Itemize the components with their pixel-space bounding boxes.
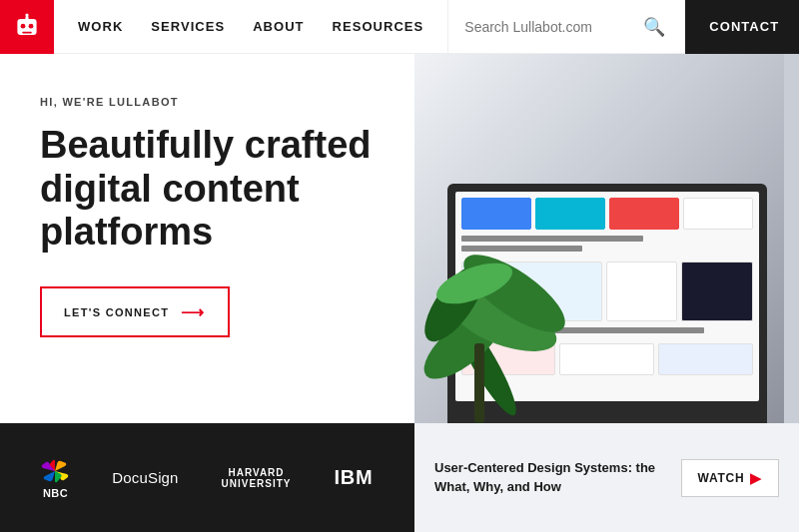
ui-card-7	[681, 262, 753, 321]
hero-section: HI, WE'RE LULLABOT Beautifully crafted d…	[0, 54, 799, 423]
nbc-logo: NBC	[41, 457, 69, 499]
svg-point-5	[25, 13, 28, 16]
docusign-label: DocuSign	[112, 469, 178, 486]
right-strip	[784, 54, 799, 423]
search-input[interactable]	[464, 19, 639, 35]
nav-links: WORK SERVICES ABOUT RESOURCES	[54, 19, 447, 34]
video-promo: User-Centered Design Systems: the What, …	[414, 423, 799, 532]
video-title: User-Centered Design Systems: the What, …	[434, 459, 665, 495]
docusign-logo: DocuSign	[112, 469, 178, 486]
harvard-logo: HARVARDUNIVERSITY	[222, 467, 292, 489]
hero-cta-label: LET'S CONNECT	[64, 306, 169, 318]
ui-card-10	[658, 343, 753, 375]
watch-button[interactable]: WATCH ▶	[681, 459, 779, 497]
ibm-logo: IBM	[334, 466, 373, 489]
ui-card-6	[606, 262, 678, 321]
hero-content: HI, WE'RE LULLABOT Beautifully crafted d…	[0, 54, 414, 423]
search-button[interactable]: 🔍	[639, 16, 669, 38]
svg-rect-3	[22, 31, 32, 33]
svg-point-1	[21, 23, 26, 28]
bottom-section: NBC DocuSign HARVARDUNIVERSITY IBM User-…	[0, 423, 799, 532]
hero-eyebrow: HI, WE'RE LULLABOT	[40, 96, 375, 108]
ui-card-3	[609, 198, 679, 230]
logo[interactable]	[0, 0, 54, 54]
nbc-peacock-icon	[41, 457, 69, 485]
nbc-label: NBC	[43, 487, 68, 499]
nav-item-work[interactable]: WORK	[78, 19, 123, 34]
nav-item-about[interactable]: ABOUT	[253, 19, 304, 34]
nav-item-services[interactable]: SERVICES	[151, 19, 225, 34]
svg-rect-12	[474, 343, 484, 423]
hero-headline: Beautifully crafted digital content plat…	[40, 124, 375, 255]
plant-decoration	[414, 144, 584, 423]
hero-cta-arrow-icon: ⟶	[181, 302, 205, 321]
hero-image	[414, 54, 799, 423]
watch-arrow-icon: ▶	[750, 470, 762, 486]
plant-svg	[414, 144, 584, 423]
ibm-label: IBM	[334, 466, 373, 489]
nav-item-resources[interactable]: RESOURCES	[333, 19, 424, 34]
lullabot-icon	[11, 11, 43, 43]
search-bar: 🔍	[447, 0, 685, 53]
harvard-label: HARVARDUNIVERSITY	[222, 467, 292, 489]
contact-button[interactable]: CONTACT	[685, 0, 799, 54]
watch-label: WATCH	[698, 471, 745, 485]
hero-mockup	[414, 54, 799, 423]
brand-logos: NBC DocuSign HARVARDUNIVERSITY IBM	[0, 423, 414, 532]
svg-point-2	[29, 23, 34, 28]
navbar: WORK SERVICES ABOUT RESOURCES 🔍 CONTACT	[0, 0, 799, 54]
hero-cta-button[interactable]: LET'S CONNECT ⟶	[40, 286, 230, 337]
ui-card-4	[683, 198, 753, 230]
